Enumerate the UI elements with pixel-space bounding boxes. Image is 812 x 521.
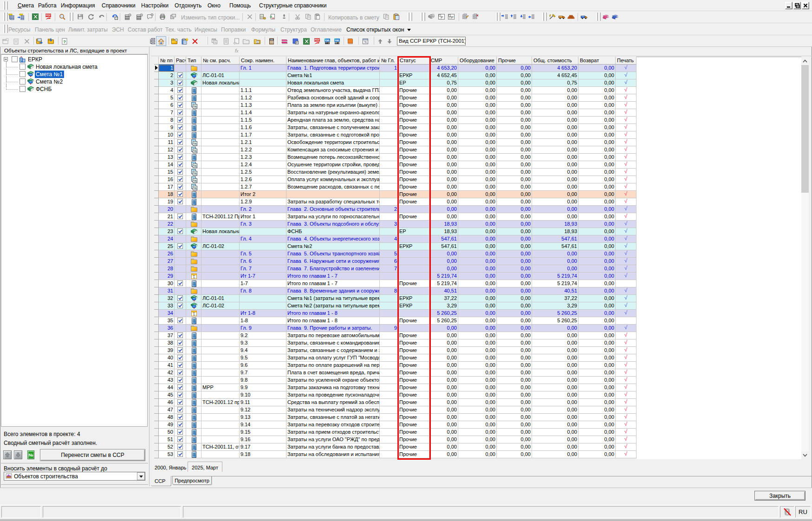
svg-text:P: P: [441, 15, 443, 20]
svg-text:Σ: Σ: [257, 41, 258, 44]
svg-text:%: %: [194, 171, 197, 176]
svg-text:%: %: [194, 164, 197, 168]
svg-text:%: %: [214, 41, 216, 44]
svg-text:?: ?: [63, 39, 66, 44]
svg-text:%: %: [194, 104, 197, 109]
svg-text:PDF: PDF: [315, 39, 320, 41]
svg-text:%: %: [194, 149, 197, 153]
svg-text:ПP: ПP: [449, 16, 454, 19]
svg-text:%: %: [194, 179, 197, 183]
svg-text:☓: ☓: [116, 17, 117, 20]
svg-text:МГЭ: МГЭ: [335, 42, 339, 44]
svg-text:ГГЭ: ГГЭ: [325, 42, 330, 44]
svg-text:Σ: Σ: [193, 312, 195, 316]
svg-text:%: %: [364, 40, 367, 44]
svg-text:Σ: Σ: [193, 275, 195, 279]
svg-text:F: F: [296, 41, 298, 44]
svg-text:PDF: PDF: [46, 14, 52, 17]
svg-text:%: %: [194, 142, 197, 146]
svg-text:%: %: [194, 186, 197, 190]
